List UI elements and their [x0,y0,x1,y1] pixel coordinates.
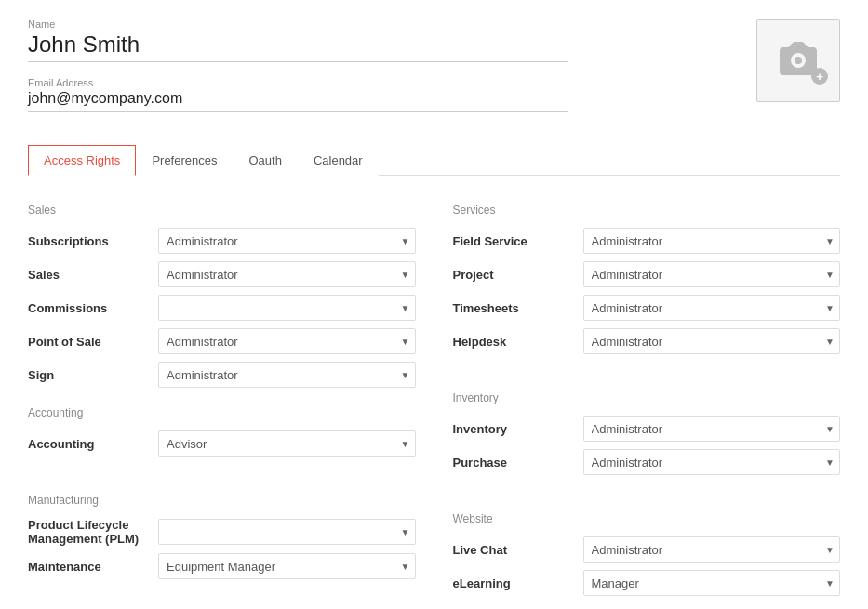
sign-label: Sign [28,368,158,382]
commissions-label: Commissions [28,301,158,315]
subscriptions-row: Subscriptions Administrator User Manager [28,228,416,254]
project-select[interactable]: Administrator User Manager [583,261,841,287]
services-section: Services Field Service Administrator Use… [453,204,841,354]
purchase-select-wrapper: Administrator User Manager [583,449,841,475]
live-chat-select-wrapper: Administrator User Manager [583,536,841,563]
project-row: Project Administrator User Manager [453,261,841,287]
name-label: Name [28,19,756,30]
elearning-select[interactable]: Manager Administrator User [583,570,841,596]
field-service-select-wrapper: Administrator User Manager [583,228,841,254]
sign-select-wrapper: Administrator User Manager [158,362,416,388]
profile-fields: Name John Smith Email Address john@mycom… [28,19,756,126]
accounting-title: Accounting [28,406,416,419]
sales-label: Sales [28,268,158,282]
live-chat-select[interactable]: Administrator User Manager [583,536,841,563]
tab-oauth[interactable]: Oauth [233,145,297,176]
inventory-select[interactable]: Administrator User Manager [583,416,841,442]
timesheets-select-wrapper: Administrator User Manager [583,295,841,321]
purchase-row: Purchase Administrator User Manager [453,449,841,475]
inventory-title: Inventory [453,391,841,404]
email-label: Email Address [28,77,756,88]
email-value: john@mycompany.com [28,90,568,112]
point-of-sale-label: Point of Sale [28,335,158,349]
accounting-section: Accounting Accounting Advisor Administra… [28,406,416,457]
right-column: Services Field Service Administrator Use… [453,204,841,609]
helpdesk-select[interactable]: Administrator User Manager [583,328,841,354]
camera-icon: + [776,38,821,83]
purchase-label: Purchase [453,456,583,470]
helpdesk-label: Helpdesk [453,335,583,349]
point-of-sale-select-wrapper: Administrator User Manager [158,328,416,354]
sales-row: Sales Administrator User Manager [28,261,416,287]
inventory-label: Inventory [453,422,583,436]
inventory-row: Inventory Administrator User Manager [453,416,841,442]
sales-title: Sales [28,204,416,217]
email-field-group: Email Address john@mycompany.com [28,77,756,112]
point-of-sale-select[interactable]: Administrator User Manager [158,328,416,354]
website-section: Website Live Chat Administrator User Man… [453,512,841,596]
maintenance-label: Maintenance [28,560,158,574]
sign-select[interactable]: Administrator User Manager [158,362,416,388]
name-field-group: Name John Smith [28,19,756,62]
field-service-label: Field Service [453,234,583,248]
services-title: Services [453,204,841,217]
add-photo-badge: + [811,68,828,85]
timesheets-row: Timesheets Administrator User Manager [453,295,841,321]
inventory-select-wrapper: Administrator User Manager [583,416,841,442]
live-chat-label: Live Chat [453,543,583,557]
timesheets-label: Timesheets [453,301,583,315]
point-of-sale-row: Point of Sale Administrator User Manager [28,328,416,354]
project-label: Project [453,268,583,282]
project-select-wrapper: Administrator User Manager [583,261,841,287]
accounting-row: Accounting Advisor Administrator User Ma… [28,430,416,457]
accounting-select-wrapper: Advisor Administrator User Manager [158,430,416,457]
tab-access-rights[interactable]: Access Rights [28,145,136,176]
website-title: Website [453,512,841,525]
avatar-upload[interactable]: + [756,19,840,102]
field-service-select[interactable]: Administrator User Manager [583,228,841,254]
sign-row: Sign Administrator User Manager [28,362,416,388]
tab-preferences[interactable]: Preferences [136,145,233,176]
plm-select-wrapper: Administrator User Manager [158,519,416,545]
left-column: Sales Subscriptions Administrator User M… [28,204,416,609]
commissions-select[interactable]: Administrator User Manager [158,295,416,321]
inventory-section: Inventory Inventory Administrator User M… [453,391,841,475]
tab-calendar[interactable]: Calendar [298,145,379,176]
field-service-row: Field Service Administrator User Manager [453,228,841,254]
manufacturing-section: Manufacturing Product Lifecycle Manageme… [28,494,416,579]
purchase-select[interactable]: Administrator User Manager [583,449,841,475]
live-chat-row: Live Chat Administrator User Manager [453,536,841,563]
elearning-label: eLearning [453,576,583,590]
plm-label: Product Lifecycle Management (PLM) [28,518,158,546]
timesheets-select[interactable]: Administrator User Manager [583,295,841,321]
manufacturing-title: Manufacturing [28,494,416,507]
elearning-select-wrapper: Manager Administrator User [583,570,841,596]
commissions-row: Commissions Administrator User Manager [28,295,416,321]
content-grid: Sales Subscriptions Administrator User M… [28,204,840,609]
subscriptions-label: Subscriptions [28,234,158,248]
plm-row: Product Lifecycle Management (PLM) Admin… [28,518,416,546]
accounting-select[interactable]: Advisor Administrator User Manager [158,430,416,457]
profile-header: Name John Smith Email Address john@mycom… [28,19,840,126]
subscriptions-select[interactable]: Administrator User Manager [158,228,416,254]
accounting-label: Accounting [28,437,158,451]
page-container: Name John Smith Email Address john@mycom… [0,0,868,609]
sales-section: Sales Subscriptions Administrator User M… [28,204,416,388]
helpdesk-select-wrapper: Administrator User Manager [583,328,841,354]
name-value: John Smith [28,32,568,62]
helpdesk-row: Helpdesk Administrator User Manager [453,328,841,354]
elearning-row: eLearning Manager Administrator User [453,570,841,596]
commissions-select-wrapper: Administrator User Manager [158,295,416,321]
sales-select-wrapper: Administrator User Manager [158,261,416,287]
plm-select[interactable]: Administrator User Manager [158,519,416,545]
maintenance-select[interactable]: Equipment Manager Administrator User [158,553,416,579]
maintenance-row: Maintenance Equipment Manager Administra… [28,553,416,579]
tabs-bar: Access Rights Preferences Oauth Calendar [28,145,840,176]
maintenance-select-wrapper: Equipment Manager Administrator User [158,553,416,579]
subscriptions-select-wrapper: Administrator User Manager [158,228,416,254]
sales-select[interactable]: Administrator User Manager [158,261,416,287]
